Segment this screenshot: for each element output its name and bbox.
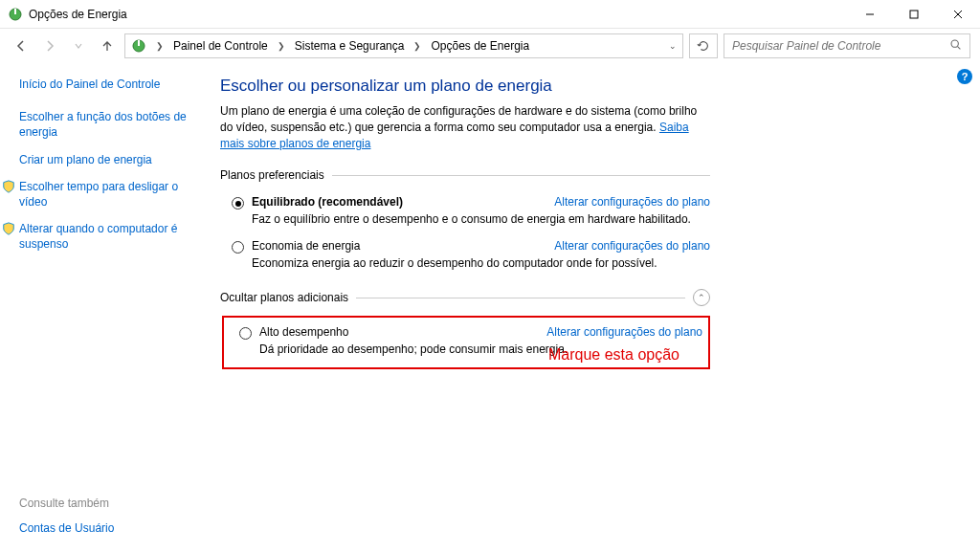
- up-button[interactable]: [96, 34, 119, 57]
- sidebar-item-label: Escolher tempo para desligar o vídeo: [19, 180, 178, 209]
- breadcrumb[interactable]: Sistema e Segurança: [295, 39, 405, 53]
- annotation-highlight-box: Alto desempenho Alterar configurações do…: [222, 316, 710, 369]
- user-accounts-link[interactable]: Contas de Usuário: [19, 521, 114, 535]
- intro-paragraph: Um plano de energia é uma coleção de con…: [220, 103, 710, 151]
- navbar: ❯ Painel de Controle ❯ Sistema e Seguran…: [0, 29, 980, 63]
- change-plan-link[interactable]: Alterar configurações do plano: [546, 325, 702, 339]
- sidebar: Início do Painel de Controle Escolher a …: [19, 77, 203, 369]
- breadcrumb[interactable]: Opções de Energia: [431, 39, 529, 53]
- address-bar[interactable]: ❯ Painel de Controle ❯ Sistema e Seguran…: [124, 33, 683, 58]
- sidebar-item-power-buttons[interactable]: Escolher a função dos botões de energia: [19, 109, 203, 140]
- see-also-label: Consulte também: [19, 497, 114, 510]
- forward-button[interactable]: [38, 34, 61, 57]
- plan-name[interactable]: Alto desempenho: [259, 325, 348, 339]
- sidebar-item-label: Alterar quando o computador é suspenso: [19, 222, 177, 251]
- shield-icon: [2, 222, 15, 235]
- sidebar-item-sleep[interactable]: Alterar quando o computador é suspenso: [19, 221, 203, 252]
- svg-rect-3: [910, 11, 918, 18]
- refresh-button[interactable]: [689, 33, 718, 58]
- plan-balanced: Equilibrado (recomendável) Alterar confi…: [220, 191, 710, 235]
- svg-point-8: [951, 40, 958, 47]
- location-icon: [131, 38, 146, 54]
- page-heading: Escolher ou personalizar um plano de ene…: [220, 77, 710, 96]
- divider: [332, 175, 710, 176]
- svg-rect-1: [14, 9, 16, 14]
- sidebar-item-display-off[interactable]: Escolher tempo para desligar o vídeo: [19, 179, 203, 210]
- svg-rect-7: [138, 40, 140, 46]
- chevron-right-icon[interactable]: ❯: [274, 41, 289, 51]
- section-label-text: Ocultar planos adicionais: [220, 291, 348, 304]
- plan-description: Faz o equilíbrio entre o desempenho e o …: [252, 212, 710, 226]
- content-area: Escolher ou personalizar um plano de ene…: [203, 77, 710, 369]
- window-title: Opções de Energia: [29, 8, 848, 21]
- sidebar-home-link[interactable]: Início do Painel de Controle: [19, 77, 203, 92]
- change-plan-link[interactable]: Alterar configurações do plano: [554, 239, 710, 253]
- search-icon[interactable]: [949, 38, 962, 54]
- plan-description: Economiza energia ao reduzir o desempenh…: [252, 256, 710, 270]
- close-button[interactable]: [936, 0, 980, 29]
- radio-balanced[interactable]: [232, 197, 244, 210]
- breadcrumb[interactable]: Painel de Controle: [173, 39, 268, 53]
- chevron-up-icon[interactable]: ⌃: [693, 289, 710, 306]
- shield-icon: [2, 180, 15, 193]
- app-icon: [8, 7, 23, 22]
- recent-dropdown[interactable]: [67, 34, 90, 57]
- preferred-plans-header: Planos preferenciais: [220, 168, 710, 182]
- see-also-footer: Consulte também Contas de Usuário: [19, 497, 114, 535]
- divider: [356, 298, 685, 298]
- chevron-right-icon[interactable]: ❯: [410, 41, 425, 51]
- sidebar-item-create-plan[interactable]: Criar um plano de energia: [19, 152, 203, 167]
- svg-line-9: [958, 47, 961, 50]
- plan-powersaver: Economia de energia Alterar configuraçõe…: [220, 235, 710, 279]
- radio-highperf[interactable]: [239, 327, 252, 340]
- radio-powersaver[interactable]: [232, 241, 244, 254]
- annotation-text: Marque esta opção: [548, 346, 679, 364]
- search-box[interactable]: [724, 33, 970, 58]
- titlebar: Opções de Energia: [0, 0, 980, 29]
- plan-name[interactable]: Equilibrado (recomendável): [252, 195, 403, 209]
- help-icon[interactable]: ?: [957, 69, 972, 84]
- chevron-right-icon[interactable]: ❯: [152, 41, 167, 51]
- section-label-text: Planos preferenciais: [220, 168, 324, 182]
- change-plan-link[interactable]: Alterar configurações do plano: [554, 195, 710, 209]
- minimize-button[interactable]: [848, 0, 892, 29]
- additional-plans-header[interactable]: Ocultar planos adicionais ⌃: [220, 289, 710, 306]
- search-input[interactable]: [732, 39, 949, 53]
- intro-text: Um plano de energia é uma coleção de con…: [220, 104, 697, 134]
- back-button[interactable]: [10, 34, 33, 57]
- plan-name[interactable]: Economia de energia: [252, 239, 360, 253]
- maximize-button[interactable]: [892, 0, 936, 29]
- chevron-down-icon[interactable]: ⌄: [669, 41, 677, 51]
